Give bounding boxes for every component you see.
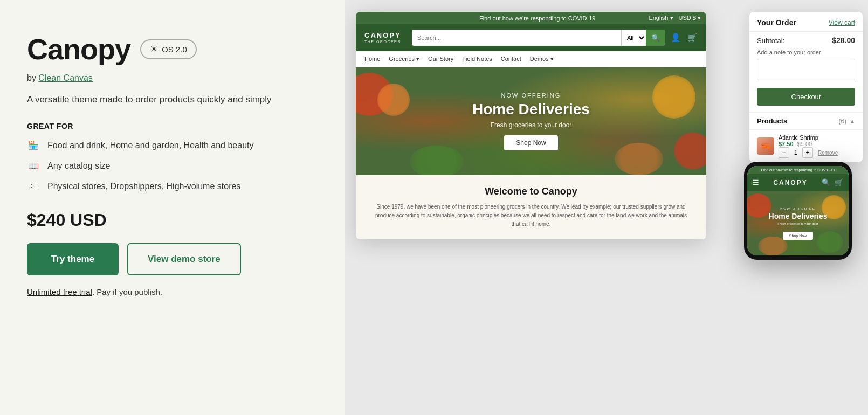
hero-now-offering: NOW OFFERING	[472, 92, 590, 99]
welcome-text: Since 1979, we have been one of the most…	[372, 203, 690, 229]
currency-selector[interactable]: USD $ ▾	[679, 15, 701, 22]
products-label: Products	[757, 117, 787, 125]
qty-decrement-button[interactable]: −	[779, 147, 789, 158]
feature-text: Physical stores, Dropshippers, High-volu…	[47, 182, 240, 191]
mobile-menu-icon[interactable]: ☰	[753, 178, 759, 186]
qty-display: 1	[792, 149, 800, 156]
product-info: Atlantic Shrimp $7.50 $9.00 − 1 + Remove	[779, 134, 855, 158]
tag-icon: 🏷	[27, 180, 40, 193]
qty-control: − 1 + Remove	[779, 147, 855, 158]
nav-our-story[interactable]: Our Story	[428, 56, 453, 63]
search-category-select[interactable]: All	[621, 30, 646, 46]
nav-contact[interactable]: Contact	[501, 56, 521, 63]
product-sale-price: $7.50	[779, 141, 794, 147]
subtotal-amount: $28.00	[832, 36, 855, 45]
list-item: 🏪 Food and drink, Home and garden, Healt…	[27, 139, 318, 152]
view-cart-link[interactable]: View cart	[829, 19, 855, 26]
nav-field-notes[interactable]: Field Notes	[462, 56, 492, 63]
list-item: 📖 Any catalog size	[27, 160, 318, 172]
products-count: (6)	[838, 117, 846, 125]
feature-list: 🏪 Food and drink, Home and garden, Healt…	[27, 139, 318, 193]
cart-icon[interactable]: 🛒	[687, 33, 698, 43]
button-row: Try theme View demo store	[27, 243, 318, 275]
description: A versatile theme made to order products…	[27, 93, 318, 107]
author-link[interactable]: Clean Canvas	[38, 73, 93, 82]
mobile-topbar: Find out how we're responding to COVID-1…	[747, 166, 849, 174]
store-logo: CANOPY THE GROCERS	[364, 31, 401, 44]
feature-text: Food and drink, Home and garden, Health …	[47, 141, 253, 150]
mobile-header-icons: 🔍 🛒	[822, 178, 843, 186]
os-badge-label: OS 2.0	[162, 45, 187, 54]
product-item: 🦐 Atlantic Shrimp $7.50 $9.00 − 1 + Remo…	[749, 129, 863, 162]
list-item: 🏷 Physical stores, Dropshippers, High-vo…	[27, 180, 318, 193]
store-icon: 🏪	[27, 139, 40, 152]
os-badge: ☀ OS 2.0	[140, 39, 197, 59]
decor-blob-3	[652, 75, 695, 119]
welcome-heading: Welcome to Canopy	[372, 186, 690, 197]
product-thumbnail: 🦐	[757, 137, 774, 155]
mobile-mockup: Find out how we're responding to COVID-1…	[744, 162, 852, 260]
mobile-hero-text: NOW OFFERING Home Deliveries Fresh groce…	[769, 207, 828, 240]
nav-demos[interactable]: Demos ▾	[530, 56, 554, 63]
products-header: Products (6) ▲	[749, 112, 863, 129]
product-prices: $7.50 $9.00	[779, 141, 855, 147]
decor-blob-5	[410, 146, 464, 175]
theme-title: Canopy	[27, 32, 130, 66]
hero-text: NOW OFFERING Home Deliveries Fresh groce…	[472, 92, 590, 150]
mobile-now-offering: NOW OFFERING	[769, 207, 828, 210]
view-demo-button[interactable]: View demo store	[127, 243, 241, 275]
search-input[interactable]	[412, 30, 621, 46]
great-for-label: GREAT FOR	[27, 122, 318, 130]
nav-groceries[interactable]: Groceries ▾	[389, 56, 419, 63]
mobile-hero: NOW OFFERING Home Deliveries Fresh groce…	[747, 191, 849, 255]
left-panel: Canopy ☀ OS 2.0 by Clean Canvas A versat…	[0, 0, 345, 415]
trial-link[interactable]: Unlimited free trial	[27, 287, 92, 296]
desktop-mockup: Find out how we're responding to COVID-1…	[356, 12, 706, 239]
by-line: by Clean Canvas	[27, 73, 318, 83]
search-button[interactable]: 🔍	[646, 30, 665, 46]
qty-increment-button[interactable]: +	[802, 147, 813, 158]
shop-now-button[interactable]: Shop Now	[504, 135, 557, 150]
order-title: Your Order	[757, 18, 796, 27]
title-row: Canopy ☀ OS 2.0	[27, 32, 318, 66]
language-selector[interactable]: English ▾	[649, 15, 673, 22]
try-theme-button[interactable]: Try theme	[27, 243, 119, 275]
checkout-button[interactable]: Checkout	[757, 88, 855, 106]
topbar-message: Find out how we're responding to COVID-1…	[426, 15, 649, 22]
feature-text: Any catalog size	[47, 161, 111, 171]
right-panel: Find out how we're responding to COVID-1…	[345, 0, 868, 415]
products-chevron[interactable]: ▲	[850, 118, 855, 124]
decor-blob-6	[615, 143, 663, 175]
mobile-logo: CANOPY	[773, 179, 807, 186]
order-panel-header: Your Order View cart	[749, 12, 863, 32]
note-label: Add a note to your order	[749, 49, 863, 59]
store-header: CANOPY THE GROCERS All 🔍 👤 🛒	[356, 24, 706, 51]
subtotal-row: Subtotal: $28.00	[749, 32, 863, 49]
mobile-cart-icon[interactable]: 🛒	[835, 178, 843, 186]
store-nav: Home Groceries ▾ Our Story Field Notes C…	[356, 51, 706, 67]
os-badge-icon: ☀	[150, 44, 158, 55]
subtotal-label: Subtotal:	[757, 37, 784, 45]
mobile-screen: Find out how we're responding to COVID-1…	[747, 166, 849, 255]
product-orig-price: $9.00	[797, 141, 812, 147]
decor-blob-2	[377, 84, 410, 116]
store-welcome: Welcome to Canopy Since 1979, we have be…	[356, 175, 706, 239]
price: $240 USD	[27, 210, 318, 230]
store-hero: NOW OFFERING Home Deliveries Fresh groce…	[356, 67, 706, 175]
nav-home[interactable]: Home	[364, 56, 380, 63]
mobile-shop-now-button[interactable]: Shop Now	[783, 232, 813, 240]
remove-link[interactable]: Remove	[818, 150, 838, 156]
book-icon: 📖	[27, 160, 40, 172]
store-search: All 🔍	[412, 30, 665, 46]
store-topbar: Find out how we're responding to COVID-1…	[356, 12, 706, 24]
topbar-right: English ▾ USD $ ▾	[649, 15, 701, 22]
product-name: Atlantic Shrimp	[779, 134, 855, 141]
header-icons: 👤 🛒	[671, 33, 698, 43]
mobile-header: ☰ CANOPY 🔍 🛒	[747, 174, 849, 191]
mobile-sub: Fresh groceries to your door	[769, 222, 828, 225]
order-note-textarea[interactable]	[757, 59, 855, 80]
account-icon[interactable]: 👤	[671, 33, 681, 43]
mobile-heading: Home Deliveries	[769, 212, 828, 220]
mobile-search-icon[interactable]: 🔍	[822, 178, 830, 186]
trial-note: Unlimited free trial. Pay if you publish…	[27, 287, 318, 296]
